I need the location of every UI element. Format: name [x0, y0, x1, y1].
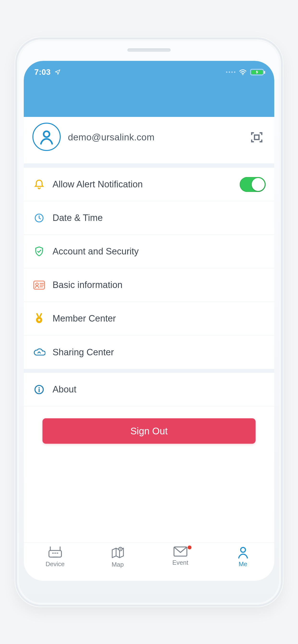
- tab-label: Map: [112, 561, 124, 568]
- tab-map[interactable]: Map: [99, 546, 137, 568]
- svg-rect-2: [255, 135, 259, 140]
- row-sharing-center[interactable]: Sharing Center: [24, 336, 274, 369]
- tab-label: Me: [238, 560, 247, 568]
- row-about[interactable]: About: [24, 373, 274, 406]
- app-header: 7:03: [24, 61, 274, 118]
- id-card-icon: [32, 278, 46, 292]
- phone-frame: 7:03: [15, 37, 283, 607]
- bell-icon: [32, 178, 46, 191]
- location-arrow-icon: [54, 69, 61, 75]
- cloud-icon: [32, 346, 46, 359]
- row-basic-info[interactable]: Basic information: [24, 268, 274, 302]
- profile-email: demo@ursalink.com: [68, 132, 155, 142]
- mail-icon: [173, 546, 188, 557]
- row-label: Sharing Center: [53, 347, 266, 358]
- shield-check-icon: [32, 245, 46, 258]
- device-icon: [47, 546, 63, 558]
- row-allow-alert[interactable]: Allow Alert Notification: [24, 168, 274, 201]
- svg-point-13: [241, 548, 245, 552]
- svg-point-1: [44, 131, 50, 137]
- tab-bar: Device Map: [24, 542, 274, 581]
- tab-label: Event: [172, 559, 188, 566]
- sign-out-button[interactable]: Sign Out: [43, 418, 255, 444]
- row-label: Basic information: [53, 280, 266, 290]
- svg-rect-9: [49, 550, 61, 557]
- row-label: About: [53, 384, 266, 394]
- scan-qr-button[interactable]: [248, 128, 266, 146]
- profile-row[interactable]: demo@ursalink.com: [24, 117, 274, 168]
- avatar-icon: [32, 123, 61, 151]
- row-date-time[interactable]: Date & Time: [24, 201, 274, 235]
- wifi-icon: [239, 69, 247, 75]
- row-label: Account and Security: [53, 246, 266, 256]
- status-bar: 7:03: [24, 61, 274, 78]
- row-label: Member Center: [53, 314, 266, 324]
- tab-device[interactable]: Device: [36, 546, 74, 568]
- alert-toggle[interactable]: [240, 177, 266, 192]
- svg-point-0: [242, 74, 243, 75]
- notification-dot: [188, 546, 192, 549]
- svg-point-11: [120, 548, 121, 550]
- row-account-security[interactable]: Account and Security: [24, 235, 274, 268]
- tab-me[interactable]: Me: [224, 546, 262, 568]
- svg-point-5: [36, 283, 38, 286]
- status-time: 7:03: [34, 68, 51, 77]
- medal-icon: [32, 312, 46, 325]
- battery-icon: [250, 69, 264, 75]
- svg-point-8: [39, 387, 40, 388]
- cellular-icon: [226, 72, 235, 73]
- tab-label: Device: [46, 560, 65, 568]
- tab-event[interactable]: Event: [161, 546, 200, 566]
- row-member-center[interactable]: Member Center: [24, 302, 274, 336]
- person-icon: [237, 546, 249, 558]
- clock-icon: [32, 211, 46, 225]
- info-icon: [32, 383, 46, 396]
- row-label: Date & Time: [53, 213, 266, 223]
- row-label: Allow Alert Notification: [53, 179, 233, 190]
- map-icon: [110, 546, 126, 559]
